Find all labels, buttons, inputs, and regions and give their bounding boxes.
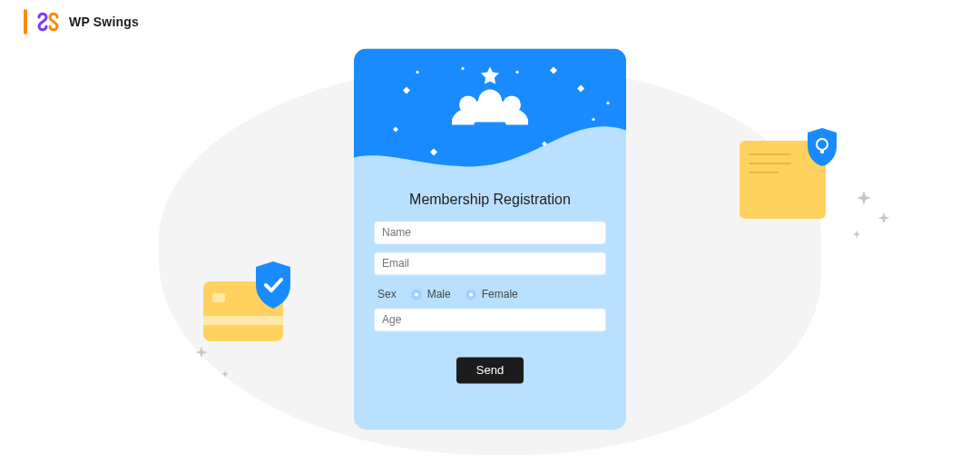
svg-rect-15 [820,150,824,153]
send-row: Send [374,357,606,383]
sparkle-icon [857,191,871,205]
sparkle-icon [221,370,229,378]
sparkle-icon [196,347,208,359]
svg-marker-16 [196,347,208,359]
radio-dot-icon [411,289,422,300]
radio-female[interactable]: Female [466,288,518,300]
svg-marker-17 [221,370,229,378]
card-chip-icon [212,293,225,302]
female-label: Female [482,288,518,300]
sex-label: Sex [377,288,397,300]
registration-card: Membership Registration Sex Male Female … [354,48,626,429]
age-field[interactable] [374,308,606,331]
svg-marker-18 [857,191,871,205]
sex-row: Sex Male Female [374,282,606,308]
brand-bar: WP Swings [24,9,139,34]
send-button[interactable]: Send [456,357,524,383]
svg-marker-19 [878,212,890,224]
radio-male[interactable]: Male [411,288,451,300]
shield-check-icon [250,260,296,310]
male-label: Male [427,288,451,300]
registration-form: Membership Registration Sex Male Female … [354,175,626,383]
shield-lightbulb-icon [804,126,840,168]
radio-dot-icon [466,289,476,300]
brand-logo-icon [36,10,60,34]
card-header [354,48,626,175]
credit-card-illustration [203,281,283,341]
brand-accent [24,9,27,34]
brand-name: WP Swings [69,15,139,29]
svg-marker-20 [853,231,861,239]
form-title: Membership Registration [374,192,606,208]
sparkle-icon [878,212,890,224]
sparkle-icon [853,231,861,239]
email-field[interactable] [374,251,606,275]
card-stripe-icon [203,316,283,325]
doc-lines-icon [749,153,791,173]
name-field[interactable] [374,221,606,244]
doc-illustration [740,141,826,219]
